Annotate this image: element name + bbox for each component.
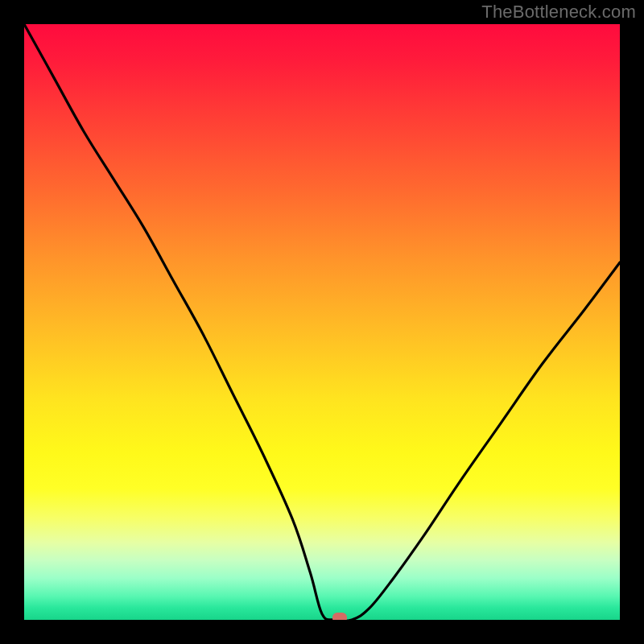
plot-area bbox=[24, 24, 620, 620]
watermark-text: TheBottleneck.com bbox=[481, 2, 636, 23]
optimum-marker bbox=[332, 613, 347, 620]
bottleneck-curve bbox=[24, 24, 620, 620]
chart-frame: TheBottleneck.com bbox=[0, 0, 644, 644]
curve-layer bbox=[24, 24, 620, 620]
